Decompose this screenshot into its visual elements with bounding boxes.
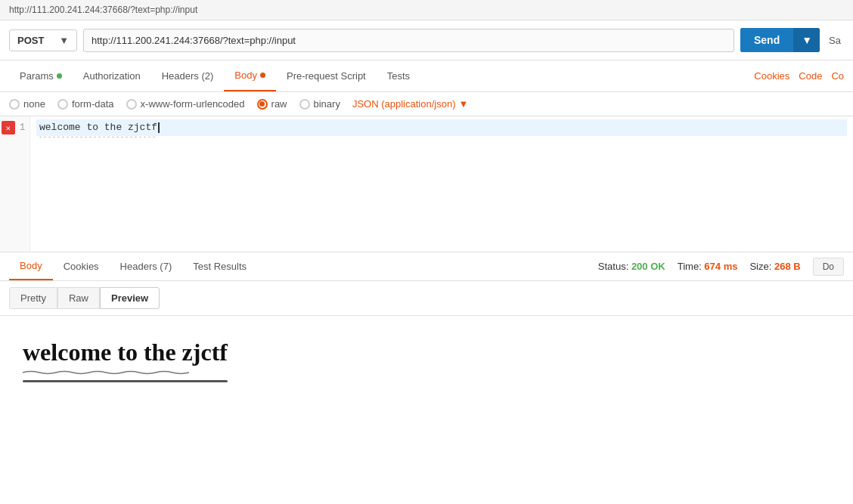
option-none-label: none: [23, 98, 45, 110]
code-editor[interactable]: ✕ 1 welcome to the zjctf: [0, 116, 853, 252]
method-label: POST: [17, 35, 44, 46]
tab-body-label: Body: [234, 70, 257, 81]
tab-authorization[interactable]: Authorization: [73, 61, 151, 91]
preview-content: welcome to the zjctf: [0, 316, 853, 407]
body-dot: [260, 73, 265, 78]
option-x-www[interactable]: x-www-form-urlencoded: [126, 98, 245, 110]
method-chevron-icon: ▼: [59, 35, 69, 46]
option-none[interactable]: none: [9, 98, 45, 110]
tabs-right: Cookies Code Co: [754, 70, 844, 82]
tab-params[interactable]: Params: [9, 61, 73, 91]
status-label: Status: 200 OK: [598, 261, 665, 272]
method-select[interactable]: POST ▼: [9, 29, 77, 51]
tab-body[interactable]: Body: [224, 60, 276, 91]
preview-tab-pretty[interactable]: Pretty: [9, 287, 57, 309]
code-link[interactable]: Code: [799, 70, 822, 82]
line-number: 1: [20, 119, 31, 136]
code-line-1: welcome to the zjctf: [36, 119, 847, 136]
body-options-bar: none form-data x-www-form-urlencoded raw…: [0, 92, 853, 116]
format-label: JSON (application/json): [352, 98, 456, 110]
response-tab-headers-label: Headers (7): [120, 261, 172, 272]
preview-tab-preview[interactable]: Preview: [100, 287, 160, 309]
response-tab-cookies[interactable]: Cookies: [53, 253, 110, 280]
tab-prerequest[interactable]: Pre-request Script: [276, 61, 377, 91]
status-value: 200 OK: [631, 261, 665, 272]
tab-tests[interactable]: Tests: [377, 61, 420, 91]
radio-binary[interactable]: [299, 99, 310, 110]
top-url-text: http://111.200.241.244:37668/?text=php:/…: [9, 5, 197, 15]
time-value: 674 ms: [704, 261, 737, 272]
radio-raw[interactable]: [257, 99, 268, 110]
tab-prerequest-label: Pre-request Script: [287, 70, 366, 82]
send-label: Send: [740, 28, 793, 52]
radio-form-data[interactable]: [57, 99, 68, 110]
response-tab-test-results[interactable]: Test Results: [182, 253, 257, 280]
option-binary-label: binary: [314, 98, 340, 110]
response-tab-body-label: Body: [20, 260, 42, 271]
format-select[interactable]: JSON (application/json) ▼: [352, 98, 468, 110]
size-value: 268 B: [774, 261, 801, 272]
preview-tab-pretty-label: Pretty: [20, 292, 46, 304]
option-raw-label: raw: [271, 98, 287, 110]
response-tab-body[interactable]: Body: [9, 252, 53, 280]
preview-heading-text: welcome to the zjctf: [23, 339, 228, 366]
radio-none[interactable]: [9, 99, 20, 110]
tab-tests-label: Tests: [387, 70, 410, 82]
time-label: Time: 674 ms: [678, 261, 738, 272]
tab-params-label: Params: [20, 70, 54, 82]
url-input[interactable]: [83, 29, 734, 52]
option-raw[interactable]: raw: [257, 98, 287, 110]
response-status: Status: 200 OK Time: 674 ms Size: 268 B …: [598, 258, 844, 276]
tab-headers[interactable]: Headers (2): [151, 61, 225, 91]
preview-tab-raw-label: Raw: [69, 292, 88, 304]
preview-heading: welcome to the zjctf: [23, 339, 228, 382]
option-x-www-label: x-www-form-urlencoded: [141, 98, 245, 110]
response-tab-headers[interactable]: Headers (7): [110, 253, 183, 280]
cookies-link[interactable]: Cookies: [754, 70, 789, 82]
response-tab-test-results-label: Test Results: [193, 261, 247, 272]
save-button[interactable]: Sa: [826, 29, 844, 52]
option-form-data[interactable]: form-data: [57, 98, 114, 110]
more-link[interactable]: Co: [831, 70, 844, 82]
send-dropdown-icon[interactable]: ▼: [793, 28, 820, 52]
params-dot: [57, 73, 62, 79]
request-tabs-bar: Params Authorization Headers (2) Body Pr…: [0, 60, 853, 92]
tab-authorization-label: Authorization: [83, 70, 141, 82]
send-button[interactable]: Send ▼: [740, 28, 820, 52]
size-label: Size: 268 B: [749, 261, 800, 272]
code-text: welcome to the zjctf: [39, 119, 160, 136]
preview-tab-preview-label: Preview: [111, 292, 148, 304]
response-tab-cookies-label: Cookies: [64, 261, 99, 272]
preview-tab-raw[interactable]: Raw: [57, 287, 100, 309]
more-button[interactable]: Do: [813, 258, 844, 276]
response-tabs-bar: Body Cookies Headers (7) Test Results St…: [0, 252, 853, 281]
tab-headers-label: Headers (2): [162, 70, 214, 82]
radio-x-www[interactable]: [126, 99, 137, 110]
wavy-underline: [23, 369, 189, 376]
error-indicator: ✕: [2, 121, 15, 135]
format-chevron-icon: ▼: [458, 98, 468, 110]
code-content-area[interactable]: welcome to the zjctf: [30, 116, 853, 252]
top-url-bar: http://111.200.241.244:37668/?text=php:/…: [0, 0, 853, 20]
option-binary[interactable]: binary: [299, 98, 340, 110]
request-bar: POST ▼ Send ▼ Sa: [0, 20, 853, 60]
option-form-data-label: form-data: [72, 98, 114, 110]
preview-tabs: Pretty Raw Preview: [0, 281, 853, 316]
